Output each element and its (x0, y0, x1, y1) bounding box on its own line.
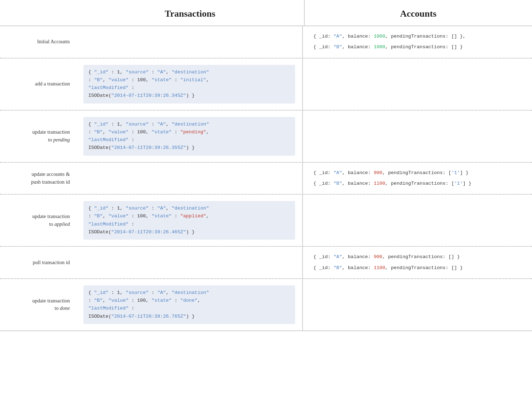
code-update-done: { "_id" : 1, "source" : "A", "destinatio… (83, 285, 295, 324)
accounts-add-transaction (303, 58, 532, 110)
account-row-6b: { _id: "B", balance: 1100, pendingTransa… (314, 264, 525, 272)
transactions-initial-accounts (76, 26, 303, 58)
account-row-1a: { _id: "A", balance: 1000, pendingTransa… (314, 33, 525, 40)
label-update-pending: update transactionto pending (0, 111, 76, 162)
accounts-update-accounts-push: { _id: "A", balance: 900, pendingTransac… (303, 163, 532, 194)
row-update-pending: update transactionto pending { "_id" : 1… (0, 111, 532, 163)
transactions-pull-transaction (76, 247, 303, 278)
account-row-4a: { _id: "A", balance: 900, pendingTransac… (314, 169, 525, 177)
row-update-applied: update transactionto applied { "_id" : 1… (0, 195, 532, 247)
label-text-update-accounts-push: update accounts &push transaction id (31, 171, 70, 186)
code-update-pending: { "_id" : 1, "source" : "A", "destinatio… (83, 117, 295, 156)
accounts-title: Accounts (400, 9, 437, 19)
transactions-update-applied: { "_id" : 1, "source" : "A", "destinatio… (76, 195, 303, 246)
transactions-header: Transactions (76, 0, 305, 26)
label-text-initial-accounts: Initial Accounts (37, 38, 70, 46)
accounts-initial-accounts: { _id: "A", balance: 1000, pendingTransa… (303, 26, 532, 58)
accounts-pull-transaction: { _id: "A", balance: 900, pendingTransac… (303, 247, 532, 278)
label-update-done: update transactionto done (0, 279, 76, 330)
label-text-pull-transaction: pull transaction id (33, 259, 70, 267)
header-row: Transactions Accounts (0, 0, 532, 26)
transactions-update-done: { "_id" : 1, "source" : "A", "destinatio… (76, 279, 303, 330)
row-add-transaction: add a transaction { "_id" : 1, "source" … (0, 58, 532, 111)
row-initial-accounts: Initial Accounts { _id: "A", balance: 10… (0, 26, 532, 58)
account-row-6a: { _id: "A", balance: 900, pendingTransac… (314, 253, 525, 261)
label-update-accounts-push: update accounts &push transaction id (0, 163, 76, 194)
row-update-accounts-push: update accounts &push transaction id { _… (0, 163, 532, 195)
label-text-add-transaction: add a transaction (35, 80, 70, 88)
label-pull-transaction: pull transaction id (0, 247, 76, 278)
label-text-update-pending: update transactionto pending (32, 128, 70, 144)
label-add-transaction: add a transaction (0, 58, 76, 110)
header-label-spacer (0, 0, 76, 26)
transactions-update-accounts-push (76, 163, 303, 194)
accounts-update-pending (303, 111, 532, 162)
transactions-update-pending: { "_id" : 1, "source" : "A", "destinatio… (76, 111, 303, 162)
code-add-transaction: { "_id" : 1, "source" : "A", "destinatio… (83, 65, 295, 104)
accounts-update-done (303, 279, 532, 330)
row-pull-transaction: pull transaction id { _id: "A", balance:… (0, 247, 532, 279)
row-update-done: update transactionto done { "_id" : 1, "… (0, 279, 532, 331)
account-row-4b: { _id: "B", balance: 1100, pendingTransa… (314, 180, 525, 188)
label-text-update-applied: update transactionto applied (32, 213, 70, 228)
label-update-applied: update transactionto applied (0, 195, 76, 246)
account-row-1b: { _id: "B", balance: 1000, pendingTransa… (314, 43, 525, 51)
code-update-applied: { "_id" : 1, "source" : "A", "destinatio… (83, 201, 295, 240)
label-initial-accounts: Initial Accounts (0, 26, 76, 58)
label-text-update-done: update transactionto done (32, 297, 70, 313)
transactions-title: Transactions (165, 9, 215, 19)
accounts-header: Accounts (305, 0, 532, 26)
page: Transactions Accounts Initial Accounts {… (0, 0, 532, 396)
accounts-update-applied (303, 195, 532, 246)
transactions-add-transaction: { "_id" : 1, "source" : "A", "destinatio… (76, 58, 303, 110)
